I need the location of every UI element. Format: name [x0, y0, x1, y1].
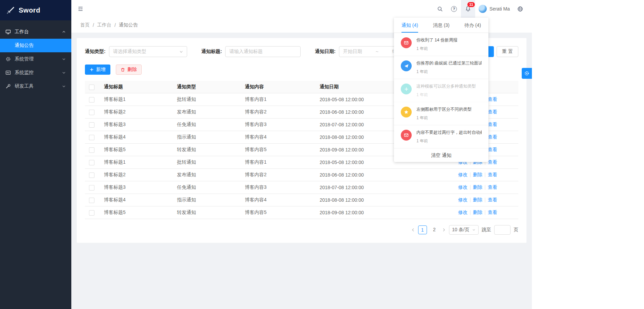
- edit-link[interactable]: 修改: [458, 172, 468, 177]
- star-icon: [401, 107, 412, 117]
- cell-title: 博客标题1: [100, 93, 173, 106]
- sidebar-item-dev-tools[interactable]: 研发工具: [0, 79, 71, 93]
- view-link[interactable]: 查看: [488, 96, 497, 102]
- row-checkbox[interactable]: [89, 135, 94, 140]
- row-checkbox[interactable]: [89, 122, 94, 128]
- date-separator: ~: [376, 49, 378, 54]
- sidebar-menu: 工作台 通知公告 系统管理: [0, 20, 71, 93]
- row-checkbox[interactable]: [89, 172, 94, 178]
- cell-title: 博客标题3: [100, 181, 173, 194]
- cell-title: 博客标题3: [100, 119, 173, 131]
- notification-item-read[interactable]: 这种模板可以区分多种通知类型 1 年前: [394, 79, 488, 102]
- reset-button[interactable]: 重 置: [497, 46, 518, 57]
- delete-link[interactable]: 删除: [473, 184, 482, 190]
- cell-title: 博客标题5: [100, 206, 173, 219]
- sidebar-item-system-monitor[interactable]: 系统监控: [0, 66, 71, 79]
- notification-item[interactable]: 内容不要超过两行字，超出时自动截断 1 年前: [394, 125, 488, 148]
- edit-link[interactable]: 修改: [458, 210, 468, 215]
- screenshot-canvas: Sword 工作台 通知公告: [0, 0, 644, 309]
- add-button[interactable]: 新增: [85, 65, 110, 75]
- delete-link[interactable]: 删除: [473, 210, 482, 215]
- filter-title-group: 通知标题: 请输入通知标题: [201, 46, 301, 57]
- notification-time: 1 年前: [416, 92, 476, 98]
- cell-type: 指示通知: [173, 194, 241, 206]
- sidebar-item-workbench[interactable]: 工作台: [0, 25, 71, 39]
- cell-type: 批转通知: [173, 93, 241, 106]
- row-checkbox[interactable]: [89, 110, 94, 115]
- view-link[interactable]: 查看: [488, 109, 497, 114]
- cell-type: 发布通知: [173, 169, 241, 181]
- help-glyph: ?: [451, 6, 457, 12]
- notification-bell[interactable]: 11: [461, 0, 475, 18]
- select-all-checkbox[interactable]: [89, 85, 94, 90]
- jump-label: 跳至: [482, 227, 491, 233]
- page-number-1[interactable]: 1: [418, 225, 427, 234]
- cell-type: 指示通知: [173, 131, 241, 144]
- edit-link[interactable]: 修改: [458, 184, 468, 190]
- language-globe-icon[interactable]: [513, 0, 527, 18]
- notification-time: 1 年前: [416, 69, 482, 75]
- user-menu[interactable]: Serati Ma: [475, 5, 513, 13]
- notification-item[interactable]: 左侧图标用于区分不同的类型 1 年前: [394, 102, 488, 125]
- filter-date-label: 通知日期:: [315, 49, 336, 55]
- notification-item[interactable]: 你推荐的 曲妮妮 已通过第三轮面试 1 年前: [394, 56, 488, 79]
- row-checkbox[interactable]: [89, 185, 94, 190]
- cell-title: 博客标题4: [100, 131, 173, 144]
- row-checkbox[interactable]: [89, 160, 94, 165]
- cell-actions: 修改|删除|查看: [417, 206, 518, 219]
- tab-messages[interactable]: 消息 (3): [426, 18, 457, 33]
- view-link[interactable]: 查看: [488, 210, 497, 215]
- view-link[interactable]: 查看: [488, 184, 497, 190]
- sidebar-item-system-management[interactable]: 系统管理: [0, 52, 71, 66]
- row-checkbox[interactable]: [89, 210, 94, 216]
- view-link[interactable]: 查看: [488, 159, 497, 165]
- chevron-down-icon: [472, 228, 476, 232]
- delete-button[interactable]: 删除: [116, 65, 142, 75]
- filter-title-label: 通知标题:: [201, 49, 222, 55]
- table-row: 博客标题3 任免通知 博客内容3 2018-07-08 12:00:00 修改|…: [85, 181, 518, 194]
- notification-item[interactable]: 你收到了 14 份新周报 1 年前: [394, 33, 488, 56]
- row-checkbox[interactable]: [89, 97, 94, 103]
- delete-link[interactable]: 删除: [473, 172, 482, 177]
- menu-collapse-icon[interactable]: [77, 6, 84, 12]
- row-checkbox[interactable]: [89, 147, 94, 153]
- tab-todos[interactable]: 待办 (4): [457, 18, 488, 33]
- settings-gear-button[interactable]: [522, 68, 532, 79]
- row-checkbox[interactable]: [89, 198, 94, 203]
- notification-time: 1 年前: [416, 138, 482, 144]
- pagination: 1 2 10 条/页 跳至 页: [85, 225, 518, 235]
- notification-title: 内容不要超过两行字，超出时自动截断: [416, 130, 482, 135]
- view-link[interactable]: 查看: [488, 122, 497, 127]
- clear-notifications-button[interactable]: 清空 通知: [394, 148, 488, 162]
- date-start-placeholder: 开始日期: [343, 49, 362, 55]
- jump-page-input[interactable]: [494, 225, 511, 235]
- prev-page-icon[interactable]: [411, 228, 415, 232]
- help-icon[interactable]: ?: [447, 0, 461, 18]
- notice-type-select[interactable]: 请选择通知类型: [109, 46, 187, 57]
- search-icon[interactable]: [433, 0, 447, 18]
- view-link[interactable]: 查看: [488, 172, 497, 177]
- view-link[interactable]: 查看: [488, 147, 497, 152]
- sidebar-item-notice[interactable]: 通知公告: [0, 39, 71, 52]
- breadcrumb-home[interactable]: 首页: [80, 22, 90, 28]
- column-title: 通知标题: [100, 81, 173, 93]
- notification-badge: 11: [467, 2, 475, 7]
- page-number-2[interactable]: 2: [430, 225, 439, 234]
- breadcrumb-workbench[interactable]: 工作台: [97, 22, 111, 28]
- cell-actions: 修改|删除|查看: [417, 194, 518, 206]
- notification-time: 1 年前: [416, 46, 458, 52]
- delete-link[interactable]: 删除: [473, 197, 482, 202]
- page-size-select[interactable]: 10 条/页: [449, 225, 479, 235]
- view-link[interactable]: 查看: [488, 197, 497, 202]
- cell-type: 任免通知: [173, 119, 241, 131]
- chevron-down-icon: [62, 84, 66, 88]
- edit-link[interactable]: 修改: [458, 197, 468, 202]
- column-content: 通知内容: [241, 81, 316, 93]
- view-link[interactable]: 查看: [488, 134, 497, 140]
- table-row: 博客标题2 发布通知 博客内容2 2018-06-08 12:00:00 修改|…: [85, 169, 518, 181]
- app-title: Sword: [19, 6, 40, 14]
- tab-notices[interactable]: 通知 (4): [394, 18, 426, 33]
- notice-title-input[interactable]: 请输入通知标题: [225, 46, 301, 57]
- chevron-down-icon: [62, 57, 66, 61]
- next-page-icon[interactable]: [442, 228, 446, 232]
